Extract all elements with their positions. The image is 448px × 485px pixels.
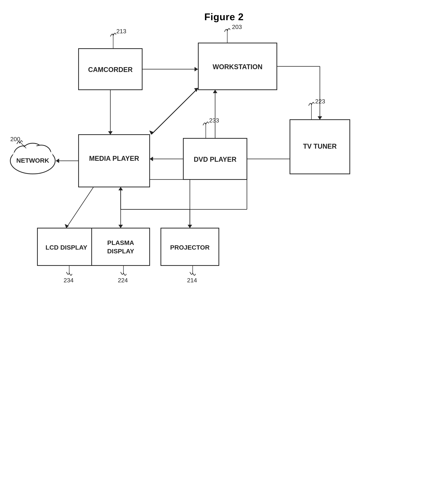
- arrow-dvdplayer-workstation-head: [213, 90, 217, 93]
- workstation-label: WORKSTATION: [213, 63, 263, 71]
- ref-203-label: 203: [232, 23, 242, 30]
- ref-200-label: 200: [10, 136, 20, 142]
- plasma-display-box: [92, 228, 150, 266]
- arrow-mediaplayer-plasma-head: [118, 225, 123, 228]
- plasma-display-label: PLASMA: [107, 239, 134, 246]
- arrow-workstation-mediaplayer-diag-head: [149, 131, 153, 135]
- arrow-workstation-tvtuner-head: [318, 116, 322, 120]
- ref-214-label: 214: [187, 277, 197, 284]
- media-player-label: MEDIA PLAYER: [89, 155, 139, 162]
- network-label: NETWORK: [16, 157, 49, 164]
- projector-label: PROJECTOR: [170, 244, 210, 251]
- arrow-camcorder-workstation-head: [194, 67, 198, 71]
- plasma-display-label2: DISPLAY: [107, 248, 134, 255]
- arrow-mediaplayer-workstation-diag: [153, 88, 198, 133]
- ref-233-label: 233: [209, 117, 219, 124]
- tv-tuner-label: TV TUNER: [303, 142, 337, 150]
- ref-223-label: 223: [315, 98, 325, 105]
- ref-213-label: 213: [116, 28, 126, 35]
- dvd-player-label: DVD PLAYER: [194, 156, 237, 163]
- diagram-svg: WORKSTATION CAMCORDER MEDIA PLAYER DVD P…: [0, 0, 448, 485]
- lcd-display-label: LCD DISPLAY: [46, 244, 87, 251]
- arrow-camcorder-mediaplayer-head: [108, 131, 113, 135]
- camcorder-label: CAMCORDER: [88, 66, 133, 73]
- ref-224-label: 224: [118, 277, 128, 284]
- arrow-mediaplayer-network-head: [56, 158, 59, 163]
- arrow-mediaplayer-lcd: [66, 187, 94, 228]
- arrow-dvdplayer-mediaplayer-head: [150, 157, 153, 161]
- arrow-mediaplayer-projector-head: [188, 225, 192, 228]
- ref-234-label: 234: [64, 277, 73, 284]
